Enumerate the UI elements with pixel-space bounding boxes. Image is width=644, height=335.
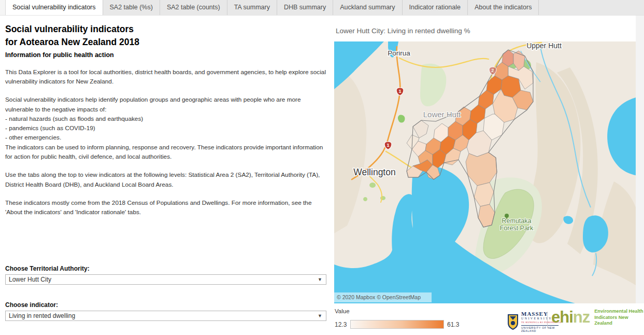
massey-tagline: UNIVERSITY OF NEW ZEALAND <box>521 326 562 332</box>
logo-divider <box>547 312 548 328</box>
tab-indicator-rationale[interactable]: Indicator rationale <box>403 0 468 15</box>
paragraph-2-intro: Social vulnerability indicators help ide… <box>5 95 327 114</box>
tab-social-vulnerability-indicators[interactable]: Social vulnerability indicators <box>6 0 103 15</box>
ehinz-tagline: Environmental Health Indicators New Zeal… <box>594 309 644 327</box>
tab-about-the-indicators[interactable]: About the indicators <box>468 0 539 15</box>
paragraph-2-outro: The indicators can be used to inform pla… <box>5 143 327 162</box>
tab-ta-summary[interactable]: TA summary <box>227 0 277 15</box>
tab-sa2-table-counts[interactable]: SA2 table (counts) <box>160 0 227 15</box>
attribution-text[interactable]: © 2020 Mapbox © OpenStreetMap <box>337 294 421 300</box>
paragraph-2-item-1: - natural hazards (such as floods and ea… <box>5 114 327 123</box>
territorial-authority-value: Lower Hutt City <box>9 276 51 283</box>
intro-paragraph-1: This Data Explorer is a tool for local a… <box>5 67 327 87</box>
intro-paragraph-4: These indicators mostly come from the 20… <box>5 198 327 217</box>
dropdown-caret-icon: ▼ <box>318 277 322 282</box>
ehinz-part1: ehi <box>551 308 573 326</box>
intro-paragraph-3: Use the tabs along the top to view indic… <box>5 170 327 189</box>
page-title-line2: for Aotearoa New Zealand 2018 <box>5 36 327 49</box>
intro-paragraph-2: Social vulnerability indicators help ide… <box>5 95 327 161</box>
paragraph-2-item-2: - pandemics (such as COVID-19) <box>5 123 327 133</box>
page-title: Social vulnerability indicators for Aote… <box>5 23 327 49</box>
map-label-upper-hutt: Upper Hutt <box>526 41 562 50</box>
massey-shield-icon <box>507 314 519 330</box>
tab-dhb-summary[interactable]: DHB summary <box>277 0 333 15</box>
indicator-dropdown[interactable]: Living in rented dwelling ▼ <box>5 311 326 321</box>
map-label-park-line1: Remutaka <box>502 217 532 225</box>
ehinz-wordmark: ehinz <box>551 309 590 326</box>
map-label-lower-hutt: Lower Hutt <box>423 110 461 119</box>
svg-text:2: 2 <box>491 68 494 73</box>
paragraph-2-item-3: - other emergencies. <box>5 133 327 142</box>
ehinz-logo: ehinz Environmental Health Indicators Ne… <box>551 309 644 327</box>
tab-bar-spacer <box>0 0 6 15</box>
map-title: Lower Hutt City: Living in rented dwelli… <box>336 27 470 35</box>
tab-bar: Social vulnerability indicators SA2 tabl… <box>0 0 644 16</box>
legend-max-value: 61.3 <box>447 321 459 328</box>
ehinz-tagline-line2: Indicators New Zealand <box>594 315 644 327</box>
choropleth-map[interactable]: Porirua Upper Hutt Wellington Lower Hutt… <box>334 41 636 303</box>
ehinz-tagline-line1: Environmental Health <box>594 309 644 315</box>
territorial-authority-label: Choose Territorial Authority: <box>5 265 90 272</box>
map-label-wellington: Wellington <box>353 167 395 177</box>
territorial-authority-dropdown[interactable]: Lower Hutt City ▼ <box>5 274 326 285</box>
svg-text:1: 1 <box>398 89 401 94</box>
dropdown-caret-icon: ▼ <box>318 314 322 318</box>
legend-gradient-bar <box>350 320 444 329</box>
map-label-porirua: Porirua <box>388 49 410 57</box>
svg-text:1: 1 <box>387 143 389 148</box>
intro-panel: Social vulnerability indicators for Aote… <box>5 20 327 217</box>
tab-sa2-table-pct[interactable]: SA2 table (%s) <box>103 0 160 15</box>
page-title-line1: Social vulnerability indicators <box>5 23 327 36</box>
indicator-value: Living in rented dwelling <box>9 312 75 319</box>
ehinz-part2: nz <box>573 308 590 326</box>
map-label-park-line2: Forest Park <box>500 225 534 232</box>
page-subtitle: Information for public health action <box>5 51 327 59</box>
map-attribution[interactable]: © 2020 Mapbox © OpenStreetMap <box>334 292 432 302</box>
tab-auckland-summary[interactable]: Auckland summary <box>333 0 402 15</box>
legend-title: Value <box>335 308 350 314</box>
indicator-label: Choose indicator: <box>5 301 58 309</box>
right-margin-strip <box>636 16 644 303</box>
legend-min-value: 12.3 <box>335 321 347 328</box>
